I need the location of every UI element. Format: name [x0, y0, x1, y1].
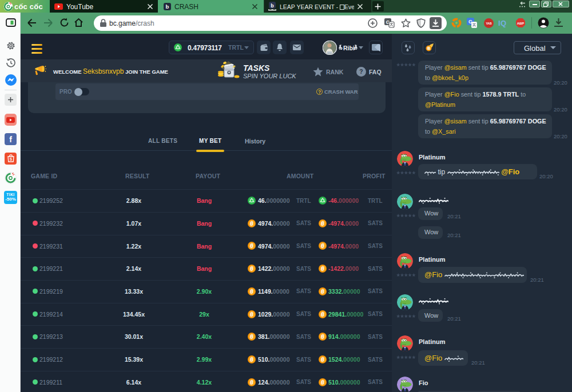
svg-text:b: b: [271, 3, 274, 9]
svg-text:B: B: [427, 46, 430, 50]
svg-text:?: ?: [359, 69, 363, 75]
svg-text:S: S: [9, 157, 12, 161]
svg-text:b: b: [166, 3, 169, 10]
svg-text:ABP: ABP: [517, 22, 525, 25]
